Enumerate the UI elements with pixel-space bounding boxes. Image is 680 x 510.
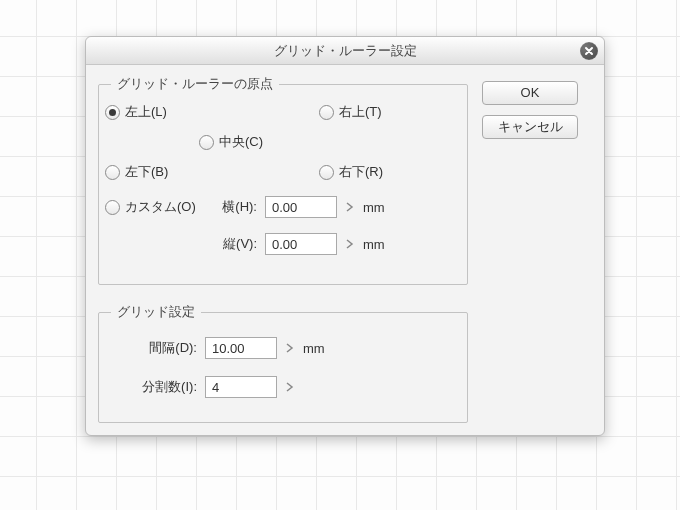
radio-custom-label: カスタム(O)	[125, 198, 196, 216]
radio-top-right-label: 右上(T)	[339, 103, 382, 121]
close-button[interactable]	[580, 42, 598, 60]
custom-h-label: 横(H):	[209, 198, 257, 216]
grid-division-label: 分割数(I):	[133, 378, 197, 396]
radio-dot-icon	[319, 165, 334, 180]
radio-center[interactable]: 中央(C)	[199, 133, 263, 151]
spinner-v[interactable]	[345, 236, 355, 252]
grid-legend: グリッド設定	[111, 303, 201, 321]
grid-ruler-settings-dialog: グリッド・ルーラー設定 グリッド・ルーラーの原点 左上(L) 右上(T) 中央(…	[85, 36, 605, 436]
grid-spacing-label: 間隔(D):	[133, 339, 197, 357]
radio-custom[interactable]: カスタム(O)	[105, 198, 196, 216]
radio-top-right[interactable]: 右上(T)	[319, 103, 382, 121]
radio-bottom-left[interactable]: 左下(B)	[105, 163, 168, 181]
grid-group: グリッド設定 間隔(D): mm 分割数(I):	[98, 303, 468, 423]
chevron-right-icon	[286, 343, 294, 353]
radio-bottom-right-label: 右下(R)	[339, 163, 383, 181]
custom-v-label: 縦(V):	[209, 235, 257, 253]
custom-h-row: 横(H): mm	[209, 196, 393, 218]
radio-dot-icon	[319, 105, 334, 120]
close-icon	[584, 46, 594, 56]
grid-division-row: 分割数(I):	[133, 376, 295, 398]
dialog-title: グリッド・ルーラー設定	[274, 43, 417, 58]
custom-v-row: 縦(V): mm	[209, 233, 393, 255]
custom-h-unit: mm	[363, 200, 393, 215]
radio-center-label: 中央(C)	[219, 133, 263, 151]
dialog-body: グリッド・ルーラーの原点 左上(L) 右上(T) 中央(C) 左下(B) 右下(…	[98, 75, 592, 423]
dialog-titlebar: グリッド・ルーラー設定	[86, 37, 604, 65]
radio-dot-icon	[105, 105, 120, 120]
custom-h-input[interactable]	[265, 196, 337, 218]
ok-button[interactable]: OK	[482, 81, 578, 105]
radio-bottom-right[interactable]: 右下(R)	[319, 163, 383, 181]
radio-top-left-label: 左上(L)	[125, 103, 167, 121]
grid-spacing-input[interactable]	[205, 337, 277, 359]
radio-dot-icon	[105, 200, 120, 215]
origin-legend: グリッド・ルーラーの原点	[111, 75, 279, 93]
chevron-right-icon	[286, 382, 294, 392]
radio-top-left[interactable]: 左上(L)	[105, 103, 167, 121]
spinner-spacing[interactable]	[285, 340, 295, 356]
spinner-division[interactable]	[285, 379, 295, 395]
spinner-h[interactable]	[345, 199, 355, 215]
custom-v-input[interactable]	[265, 233, 337, 255]
grid-spacing-unit: mm	[303, 341, 333, 356]
chevron-right-icon	[346, 202, 354, 212]
origin-group: グリッド・ルーラーの原点 左上(L) 右上(T) 中央(C) 左下(B) 右下(…	[98, 75, 468, 285]
radio-dot-icon	[105, 165, 120, 180]
radio-dot-icon	[199, 135, 214, 150]
cancel-button[interactable]: キャンセル	[482, 115, 578, 139]
grid-division-input[interactable]	[205, 376, 277, 398]
custom-v-unit: mm	[363, 237, 393, 252]
radio-bottom-left-label: 左下(B)	[125, 163, 168, 181]
dialog-buttons: OK キャンセル	[482, 81, 578, 139]
grid-spacing-row: 間隔(D): mm	[133, 337, 333, 359]
chevron-right-icon	[346, 239, 354, 249]
